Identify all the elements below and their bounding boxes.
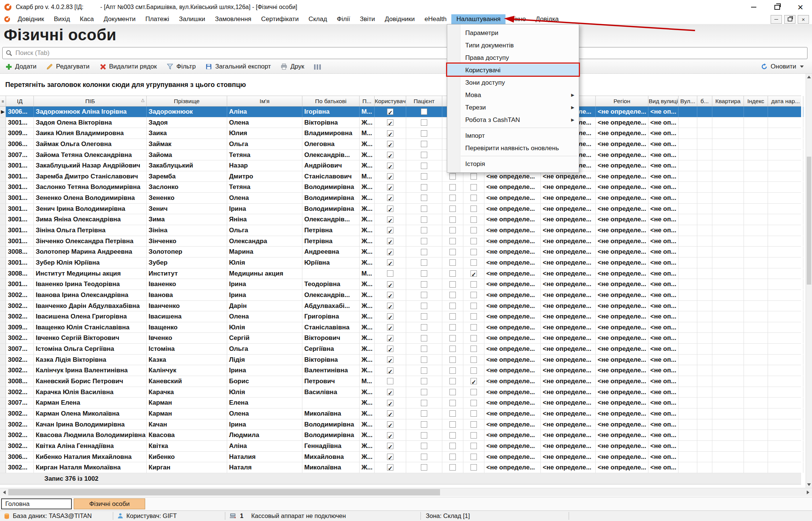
menubar-item[interactable]: Філії: [332, 14, 355, 24]
flag1-checkbox[interactable]: [442, 182, 463, 192]
table-row[interactable]: 3002...Івасишена Олена ГригорівнаІвасише…: [0, 311, 801, 322]
user-checkbox[interactable]: [375, 257, 406, 268]
flag1-checkbox[interactable]: [442, 387, 463, 398]
flag1-checkbox[interactable]: [442, 419, 463, 430]
table-row[interactable]: 3001...Зініна Ольга ПетрівнаЗінінаОльгаП…: [0, 225, 801, 236]
user-checkbox[interactable]: [375, 408, 406, 419]
patient-checkbox[interactable]: [406, 225, 442, 236]
user-checkbox[interactable]: [375, 225, 406, 236]
dropdown-item[interactable]: Історія: [447, 158, 579, 170]
delete-row-button[interactable]: Видалити рядок: [99, 63, 157, 70]
table-row[interactable]: 3007...Зайома Тетяна ОлександрівнаЗайома…: [0, 150, 801, 161]
flag1-checkbox[interactable]: [442, 452, 463, 462]
patient-checkbox[interactable]: [406, 408, 442, 419]
flag2-checkbox[interactable]: [463, 355, 484, 365]
user-checkbox[interactable]: [375, 182, 406, 192]
flag2-checkbox[interactable]: [463, 387, 484, 398]
patient-checkbox[interactable]: [406, 193, 442, 203]
flag2-checkbox[interactable]: [463, 408, 484, 419]
patient-checkbox[interactable]: [406, 387, 442, 398]
flag1-checkbox[interactable]: [442, 257, 463, 268]
flag2-checkbox[interactable]: [463, 462, 484, 473]
tab-holovna[interactable]: Головна: [1, 498, 72, 509]
dropdown-item[interactable]: Перевірити наявність оновлень: [447, 142, 579, 154]
tab-fizychni-osoby[interactable]: Фізичні особи: [74, 498, 145, 509]
menubar-item[interactable]: Звіти: [355, 14, 380, 24]
flag1-checkbox[interactable]: [442, 462, 463, 473]
patient-checkbox[interactable]: [406, 376, 442, 387]
scroll-left-arrow[interactable]: [0, 488, 8, 496]
patient-checkbox[interactable]: [406, 171, 442, 182]
user-checkbox[interactable]: [375, 311, 406, 322]
table-row[interactable]: 3007...Карман ЕленаКарманЕленаЖ...<не оп…: [0, 398, 801, 408]
flag1-checkbox[interactable]: [442, 236, 463, 247]
table-row[interactable]: 3001...Зененко Олена ВолодимирівнаЗененк…: [0, 193, 801, 204]
menubar-item[interactable]: Каса: [75, 14, 99, 24]
column-header[interactable]: Квартира: [712, 96, 744, 106]
patient-checkbox[interactable]: [406, 128, 442, 139]
patient-checkbox[interactable]: [406, 160, 442, 171]
table-row[interactable]: 3001...Заремба Дмитро СтаніславовичЗарем…: [0, 171, 801, 182]
column-header[interactable]: ІД: [6, 96, 34, 106]
table-row[interactable]: 3001...Зінченко Олександра ПетрівнаЗінче…: [0, 236, 801, 247]
table-row[interactable]: 3001...Іваненко Ірина ТеодорівнаІваненко…: [0, 279, 801, 290]
flag2-checkbox[interactable]: [463, 344, 484, 354]
edit-button[interactable]: Редагувати: [46, 63, 90, 70]
user-checkbox[interactable]: [375, 290, 406, 300]
flag2-checkbox[interactable]: [463, 279, 484, 289]
user-checkbox[interactable]: [375, 301, 406, 311]
user-checkbox[interactable]: [375, 365, 406, 376]
flag2-checkbox[interactable]: [463, 214, 484, 225]
dropdown-item[interactable]: Мова▶: [447, 89, 579, 101]
column-header[interactable]: По батькові: [302, 96, 360, 106]
flag2-checkbox[interactable]: [463, 247, 484, 257]
menubar-item[interactable]: eHealth: [420, 14, 452, 24]
patient-checkbox[interactable]: [406, 462, 442, 473]
column-header[interactable]: Прізвище: [147, 96, 227, 106]
patient-checkbox[interactable]: [406, 419, 442, 430]
columns-button[interactable]: [314, 64, 321, 70]
table-row[interactable]: 3008...Золотопер Марина АндреевнаЗолотоп…: [0, 247, 801, 257]
flag1-checkbox[interactable]: [442, 301, 463, 311]
dropdown-item[interactable]: Зони доступу: [447, 76, 579, 89]
user-checkbox[interactable]: [375, 193, 406, 203]
table-row[interactable]: 3002...Квасова Людмила ВолодимирівнаКвас…: [0, 430, 801, 441]
flag1-checkbox[interactable]: [442, 279, 463, 289]
flag2-checkbox[interactable]: [463, 311, 484, 322]
scroll-right-arrow[interactable]: [804, 488, 812, 496]
table-row[interactable]: 3001...Зенич Ірина ВолодимирівнаЗеничІри…: [0, 204, 801, 215]
table-row[interactable]: 3002...Казка Лідія ВікторівнаКазкаЛідіяВ…: [0, 355, 801, 366]
flag1-checkbox[interactable]: [442, 311, 463, 322]
flag2-checkbox[interactable]: [463, 236, 484, 247]
column-header[interactable]: Індекс: [744, 96, 768, 106]
table-row[interactable]: 3007...Істоміна Ольга СергіївнаІстомінаО…: [0, 344, 801, 355]
patient-checkbox[interactable]: [406, 268, 442, 279]
flag2-checkbox[interactable]: [463, 441, 484, 451]
add-button[interactable]: Додати: [5, 63, 36, 70]
patient-checkbox[interactable]: [406, 139, 442, 149]
user-checkbox[interactable]: [375, 160, 406, 171]
column-header[interactable]: Користувач: [375, 96, 406, 106]
column-header[interactable]: б...: [697, 96, 712, 106]
menubar-item[interactable]: Склад: [304, 14, 332, 24]
menubar-item[interactable]: Вікно: [505, 14, 531, 24]
table-row[interactable]: ▶3006...Задорожнюок Аліна ІгорівнаЗадоро…: [0, 107, 801, 117]
table-row[interactable]: 3001...Зима Яніна ОлександрівнаЗимаЯніна…: [0, 214, 801, 225]
flag1-checkbox[interactable]: [442, 225, 463, 236]
table-row[interactable]: 3009...Іващенко Юлія СтаніславівнаІващен…: [0, 322, 801, 333]
scroll-up-arrow[interactable]: [806, 74, 812, 80]
user-checkbox[interactable]: [375, 355, 406, 365]
user-checkbox[interactable]: [375, 387, 406, 398]
patient-checkbox[interactable]: [406, 301, 442, 311]
flag2-checkbox[interactable]: [463, 225, 484, 236]
patient-checkbox[interactable]: [406, 257, 442, 268]
flag1-checkbox[interactable]: [442, 322, 463, 333]
table-row[interactable]: 3008...Институт Медицины акцияИнститутМе…: [0, 268, 801, 279]
table-row[interactable]: 3002...Квітка Аліна ГеннадіївнаКвіткаАлі…: [0, 441, 801, 452]
patient-checkbox[interactable]: [406, 441, 442, 451]
user-checkbox[interactable]: [375, 204, 406, 214]
patient-checkbox[interactable]: [406, 214, 442, 225]
flag1-checkbox[interactable]: [442, 398, 463, 408]
vertical-scrollbar[interactable]: [806, 74, 812, 488]
refresh-button[interactable]: Оновити: [761, 59, 804, 74]
